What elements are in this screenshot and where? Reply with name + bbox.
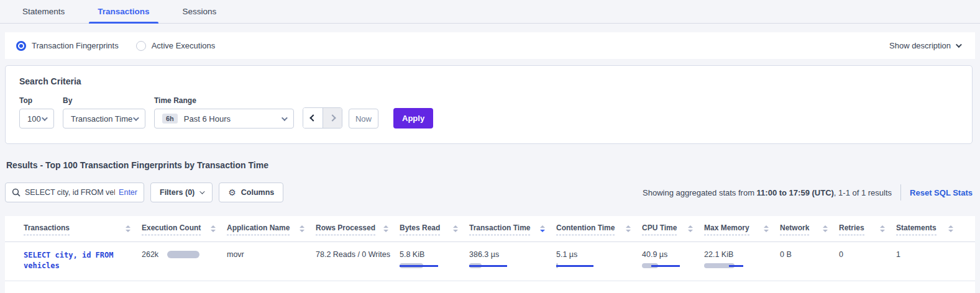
sort-icon[interactable] bbox=[540, 223, 545, 232]
column-label[interactable]: Retries bbox=[839, 223, 864, 235]
transaction-fingerprint-link[interactable]: SELECT city, id FROM vehicles bbox=[24, 250, 123, 272]
time-range-field: Time Range 6h Past 6 Hours bbox=[154, 96, 294, 128]
show-description-toggle[interactable]: Show description bbox=[889, 41, 960, 50]
sort-icon[interactable] bbox=[688, 223, 693, 232]
sort-icon[interactable] bbox=[948, 223, 953, 232]
radio-unselected-icon bbox=[136, 41, 146, 51]
column-header-statements[interactable]: Statements bbox=[896, 223, 964, 235]
top-label: Top bbox=[19, 96, 54, 105]
chevron-down-icon bbox=[282, 115, 288, 121]
sort-icon[interactable] bbox=[126, 223, 131, 232]
search-enter-button[interactable]: Enter bbox=[119, 188, 137, 197]
columns-label: Columns bbox=[241, 188, 274, 197]
gear-icon: ⚙ bbox=[228, 187, 236, 197]
column-label[interactable]: Transactions bbox=[24, 223, 70, 235]
sort-icon[interactable] bbox=[823, 223, 828, 232]
view-toggle-panel: Transaction Fingerprints Active Executio… bbox=[5, 32, 975, 59]
search-input[interactable] bbox=[25, 188, 115, 197]
sort-icon[interactable] bbox=[764, 223, 769, 232]
table-row: SELECT city, id FROM vehicles262kmovr78.… bbox=[5, 242, 975, 281]
column-label[interactable]: Rows Processed bbox=[316, 223, 375, 235]
column-label[interactable]: Transaction Time bbox=[469, 223, 530, 235]
column-label[interactable]: Contention Time bbox=[556, 223, 615, 235]
tab-sessions[interactable]: Sessions bbox=[174, 1, 226, 23]
bytes-read-value: 5.8 KiB bbox=[400, 250, 469, 259]
sort-icon[interactable] bbox=[211, 223, 216, 232]
time-range-value: Past 6 Hours bbox=[184, 114, 231, 124]
reset-sql-stats-link[interactable]: Reset SQL Stats bbox=[910, 188, 973, 197]
column-label[interactable]: Statements bbox=[896, 223, 936, 235]
search-icon bbox=[12, 188, 21, 197]
transaction-time-value: 386.3 µs bbox=[469, 250, 556, 259]
chevron-right-icon bbox=[329, 114, 336, 121]
by-select[interactable]: Transaction Time bbox=[63, 109, 145, 128]
sort-icon[interactable] bbox=[626, 223, 631, 232]
column-label[interactable]: CPU Time bbox=[642, 223, 677, 235]
column-header-execution-count[interactable]: Execution Count bbox=[142, 223, 227, 235]
execution-count-bar bbox=[167, 251, 199, 258]
column-label[interactable]: Bytes Read bbox=[400, 223, 440, 235]
search-box[interactable]: Enter bbox=[5, 183, 144, 202]
sort-icon[interactable] bbox=[383, 223, 388, 232]
columns-button[interactable]: ⚙ Columns bbox=[219, 183, 283, 202]
rows-processed-value: 78.2 Reads / 0 Writes bbox=[316, 250, 390, 259]
previous-time-window-button[interactable] bbox=[303, 108, 323, 128]
column-label[interactable]: Network bbox=[780, 223, 809, 235]
cpu-time-value: 40.9 µs bbox=[642, 250, 704, 259]
column-header-contention-time[interactable]: Contention Time bbox=[556, 223, 642, 235]
contention-time-value: 5.1 µs bbox=[556, 250, 642, 259]
statements-value: 1 bbox=[896, 250, 900, 259]
tab-statements[interactable]: Statements bbox=[14, 1, 73, 23]
bytes-read-bar bbox=[400, 263, 439, 268]
now-button[interactable]: Now bbox=[349, 109, 378, 128]
column-label[interactable]: Application Name bbox=[227, 223, 290, 235]
search-criteria-card: Search Criteria Top 100 By Transaction T… bbox=[5, 65, 973, 144]
next-time-window-button[interactable] bbox=[323, 108, 342, 128]
max-memory-value: 22.1 KiB bbox=[704, 250, 780, 259]
network-value: 0 B bbox=[780, 250, 792, 259]
column-header-rows-processed[interactable]: Rows Processed bbox=[316, 223, 400, 235]
column-header-max-memory[interactable]: Max Memory bbox=[704, 223, 780, 235]
chevron-down-icon bbox=[133, 115, 139, 121]
column-header-network[interactable]: Network bbox=[780, 223, 839, 235]
transactions-table: TransactionsExecution CountApplication N… bbox=[5, 216, 975, 293]
application-name-value: movr bbox=[227, 250, 244, 259]
time-range-badge: 6h bbox=[162, 114, 178, 124]
sort-icon[interactable] bbox=[880, 223, 885, 232]
apply-button[interactable]: Apply bbox=[393, 108, 433, 128]
column-header-transaction-time[interactable]: Transaction Time bbox=[469, 223, 556, 235]
radio-label: Transaction Fingerprints bbox=[32, 41, 119, 50]
results-heading: Results - Top 100 Transaction Fingerprin… bbox=[6, 160, 980, 170]
top-value: 100 bbox=[27, 114, 41, 124]
table-body: SELECT city, id FROM vehicles262kmovr78.… bbox=[5, 242, 975, 281]
tab-transactions[interactable]: Transactions bbox=[89, 1, 158, 23]
column-header-cpu-time[interactable]: CPU Time bbox=[642, 223, 704, 235]
vertical-divider bbox=[900, 184, 901, 201]
show-description-label: Show description bbox=[889, 41, 951, 50]
chevron-down-icon bbox=[956, 42, 962, 48]
column-header-retries[interactable]: Retries bbox=[839, 223, 896, 235]
sort-icon[interactable] bbox=[453, 223, 458, 232]
radio-transaction-fingerprints[interactable]: Transaction Fingerprints bbox=[16, 41, 119, 51]
top-select[interactable]: 100 bbox=[19, 109, 54, 128]
column-label[interactable]: Max Memory bbox=[704, 223, 749, 235]
stats-time-range: 11:00 to 17:59 (UTC) bbox=[757, 188, 834, 197]
column-label[interactable]: Execution Count bbox=[142, 223, 201, 235]
column-header-application-name[interactable]: Application Name bbox=[227, 223, 316, 235]
chevron-down-icon bbox=[42, 115, 48, 121]
table-header-row: TransactionsExecution CountApplication N… bbox=[5, 216, 975, 242]
time-range-select[interactable]: 6h Past 6 Hours bbox=[154, 109, 294, 128]
max-memory-bar bbox=[704, 263, 744, 268]
time-range-label: Time Range bbox=[154, 96, 294, 105]
filters-button[interactable]: Filters (0) bbox=[150, 183, 213, 202]
retries-value: 0 bbox=[839, 250, 843, 259]
aggregated-stats-text: Showing aggregated stats from 11:00 to 1… bbox=[643, 188, 892, 197]
sort-icon[interactable] bbox=[300, 223, 305, 232]
execution-count-value: 262k bbox=[142, 250, 158, 259]
column-header-bytes-read[interactable]: Bytes Read bbox=[400, 223, 469, 235]
radio-active-executions[interactable]: Active Executions bbox=[136, 41, 216, 51]
page-tabs: Statements Transactions Sessions bbox=[0, 0, 980, 24]
by-label: By bbox=[63, 96, 145, 105]
chevron-down-icon bbox=[199, 189, 204, 194]
column-header-transactions[interactable]: Transactions bbox=[24, 223, 142, 235]
